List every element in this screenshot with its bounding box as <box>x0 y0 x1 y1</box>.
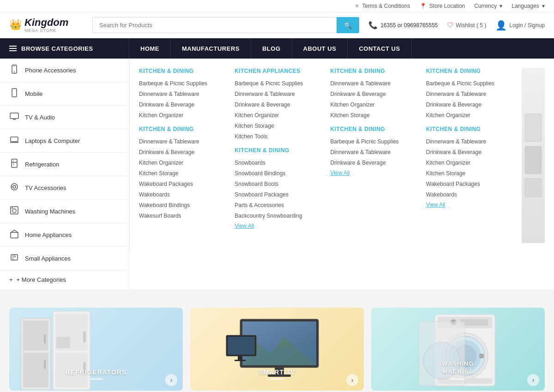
search-button[interactable]: 🔍 <box>337 17 359 33</box>
main-nav: BROWSE CATEGORIES HOME MANUFACTURERS BLO… <box>0 38 554 59</box>
search-icon: 🔍 <box>344 22 352 29</box>
svg-rect-16 <box>12 208 13 208</box>
promo-smart-tv-line <box>270 379 284 380</box>
terms-link[interactable]: ✳ Terms & Conditions <box>355 3 410 9</box>
dropdown-col3-title1[interactable]: KITCHEN & DINING <box>331 68 417 74</box>
wishlist-label: Wishlist ( 5 ) <box>456 22 486 29</box>
list-item: Barbeque & Picnic Supplies <box>426 80 512 87</box>
asterisk-icon: ✳ <box>355 3 359 9</box>
washing-machines-icon <box>9 206 19 217</box>
svg-rect-23 <box>525 178 542 197</box>
wishlist-link[interactable]: ♡ Wishlist ( 5 ) <box>447 21 486 30</box>
dropdown-col1-title2[interactable]: KITCHEN & DINING <box>139 126 225 132</box>
svg-rect-22 <box>525 146 542 174</box>
sidebar-item-washing-machines[interactable]: Washing Machines <box>0 200 129 223</box>
sidebar-item-label: Refrigeration <box>25 161 59 168</box>
nav-contact[interactable]: CONTACT US <box>348 38 411 59</box>
dropdown-col4-title1[interactable]: KITCHEN & DINING <box>426 68 512 74</box>
svg-rect-27 <box>44 334 46 344</box>
dropdown-col-2: KITCHEN APPLIANCES Barbeque & Picnic Sup… <box>235 68 321 243</box>
sidebar-item-label: TV & Audio <box>25 114 55 121</box>
sidebar-item-tv-audio[interactable]: TV & Audio <box>0 106 129 129</box>
more-categories[interactable]: + + More Categories <box>0 270 129 289</box>
svg-point-15 <box>12 209 16 213</box>
sidebar-item-phone-accessories[interactable]: Phone Accessories <box>0 59 129 82</box>
svg-rect-6 <box>11 137 18 142</box>
logo: 👑 Kingdom MEGA STORE <box>9 17 83 33</box>
dropdown-col1-title1[interactable]: KITCHEN & DINING <box>139 68 225 74</box>
svg-rect-56 <box>479 354 484 358</box>
svg-rect-4 <box>10 113 18 119</box>
svg-rect-45 <box>238 356 242 360</box>
top-bar: ✳ Terms & Conditions 📍 Store Location Cu… <box>0 0 554 12</box>
languages-chevron-icon: ▾ <box>542 3 545 9</box>
more-icon: + <box>9 276 13 283</box>
svg-rect-44 <box>228 337 255 355</box>
phone-info: 📞 16355 or 09698765555 <box>368 21 438 30</box>
dropdown-col4-title2[interactable]: KITCHEN & DINING <box>426 126 512 132</box>
nav-blog[interactable]: BLOG <box>251 38 292 59</box>
languages-link[interactable]: Languages ▾ <box>512 3 545 9</box>
sidebar-item-label: Phone Accessories <box>25 67 76 74</box>
sidebar-item-refrigeration[interactable]: Refrigeration <box>0 153 129 176</box>
promo-smart-tv-arrow[interactable]: › <box>346 374 358 386</box>
search-input[interactable] <box>92 17 337 33</box>
dropdown-col-1: KITCHEN & DINING Barbeque & Picnic Suppl… <box>139 68 225 243</box>
svg-rect-2 <box>13 66 15 66</box>
phone-accessories-icon <box>9 65 19 76</box>
dropdown-col2-title2[interactable]: KITCHEN & DINING <box>235 147 321 154</box>
heart-icon: ♡ <box>447 21 453 30</box>
dropdown-col3-title2[interactable]: KITCHEN & DINING <box>331 126 417 132</box>
header: 👑 Kingdom MEGA STORE 🔍 📞 16355 or 096987… <box>0 12 554 38</box>
list-item: Kitchen Organizer <box>139 112 225 119</box>
nav-about[interactable]: ABOUT US <box>292 38 348 59</box>
store-location-link[interactable]: 📍 Store Location <box>420 3 465 9</box>
browse-categories-button[interactable]: BROWSE CATEGORIES <box>0 38 129 59</box>
list-item: Snowboard Packages <box>235 191 321 198</box>
svg-rect-21 <box>525 114 542 142</box>
currency-link[interactable]: Currency ▾ <box>474 3 502 9</box>
view-all-link-col4[interactable]: View All <box>426 202 512 208</box>
nav-links: HOME MANUFACTURERS BLOG ABOUT US CONTACT… <box>129 38 554 59</box>
svg-rect-17 <box>11 232 18 238</box>
list-item: Wakesurf Boards <box>139 212 225 219</box>
list-item: Drinkware & Beverage <box>331 159 417 166</box>
list-item: Drinkware & Beverage <box>139 148 225 155</box>
hamburger-icon <box>9 46 17 51</box>
list-item: Backcountry Snowboarding <box>235 212 321 219</box>
view-all-link-col2[interactable]: View All <box>235 223 321 229</box>
promo-refrigerators-line <box>89 379 103 380</box>
promo-refrigerators-arrow[interactable]: › <box>165 374 177 386</box>
sidebar-item-home-appliances[interactable]: Home Appliances <box>0 223 129 247</box>
svg-rect-28 <box>44 360 46 369</box>
list-item: Drinkware & Beverage <box>426 101 512 108</box>
list-item: Wakeboard Bindings <box>139 202 225 208</box>
list-item: Drinkware & Beverage <box>331 90 417 97</box>
nav-manufacturers[interactable]: MANUFACTURERS <box>171 38 251 59</box>
list-item: Snowboard Boots <box>235 180 321 187</box>
promo-washing-machine-line <box>451 379 465 380</box>
crown-icon: 👑 <box>9 19 22 31</box>
svg-rect-18 <box>11 255 18 260</box>
promo-washing-machine-arrow[interactable]: › <box>527 374 539 386</box>
sidebar-item-small-appliances[interactable]: Small Appliances <box>0 247 129 270</box>
phone-icon: 📞 <box>368 21 378 30</box>
view-all-link-col3[interactable]: View All <box>331 170 417 176</box>
list-item: Kitchen Storage <box>139 170 225 177</box>
tv-accessories-icon <box>9 182 19 193</box>
nav-home[interactable]: HOME <box>129 38 171 59</box>
promo-smart-tv: SMART TV › <box>190 308 364 391</box>
list-item: Wakeboards <box>139 191 225 198</box>
dropdown-col2-title1[interactable]: KITCHEN APPLIANCES <box>235 68 321 74</box>
sidebar-item-laptops[interactable]: Laptops & Computer <box>0 129 129 153</box>
location-icon: 📍 <box>420 3 427 9</box>
list-item: Parts & Accessories <box>235 202 321 208</box>
list-item: Kitchen Organizer <box>426 159 512 166</box>
promo-washing-machine: WASHINGMACHINE › <box>371 308 545 391</box>
sidebar-item-label: Small Appliances <box>25 255 71 262</box>
sidebar-item-tv-accessories[interactable]: TV Accessories <box>0 176 129 200</box>
svg-rect-7 <box>12 159 17 167</box>
list-item: Kitchen Organizer <box>426 112 512 119</box>
sidebar-item-mobile[interactable]: Mobile <box>0 82 129 106</box>
login-link[interactable]: 👤 Login / Signup <box>495 20 545 31</box>
